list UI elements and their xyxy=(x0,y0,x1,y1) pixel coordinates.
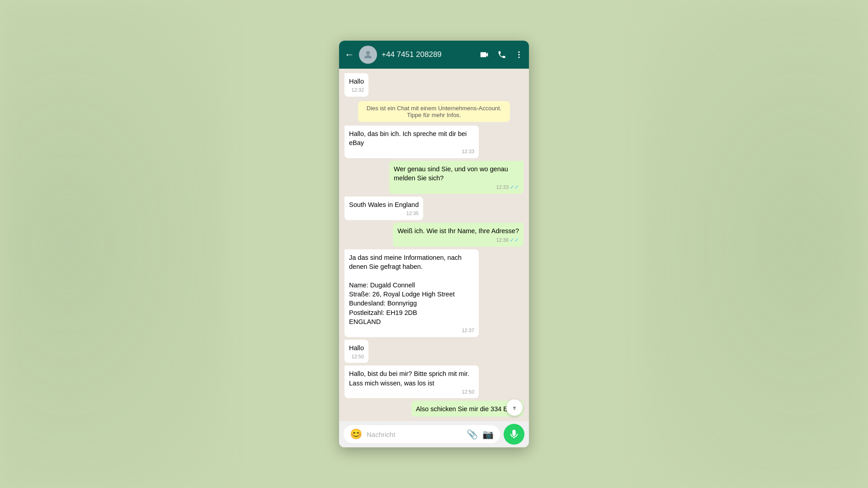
scroll-down-button[interactable] xyxy=(506,399,523,416)
message-placeholder: Nachricht xyxy=(367,431,462,438)
message-row: Hallo 12:32 xyxy=(344,73,524,97)
bg-blur-left xyxy=(0,0,226,488)
back-button[interactable]: ← xyxy=(344,49,354,61)
message-bubble: Ja das sind meine Informationen, nach de… xyxy=(344,249,479,337)
avatar xyxy=(359,46,377,64)
message-bubble: Hallo, bist du bei mir? Bitte sprich mit… xyxy=(344,366,479,398)
message-text: Hallo, das bin ich. Ich spreche mit dir … xyxy=(349,130,467,146)
header-action-icons xyxy=(479,50,524,60)
phone-container: ← +44 7451 208289 xyxy=(339,41,529,447)
message-time: 12:50 xyxy=(462,389,474,395)
attachment-icon[interactable]: 📎 xyxy=(467,429,478,440)
svg-point-1 xyxy=(518,52,519,53)
message-bubble: South Wales in England 12:35 xyxy=(344,197,423,220)
info-bubble-text: Dies ist ein Chat mit einem Unternehmens… xyxy=(367,105,501,118)
message-time: 12:50 xyxy=(352,353,364,360)
read-receipts-icon: ✓✓ xyxy=(510,236,519,244)
message-time: 12:33 xyxy=(496,184,509,191)
camera-icon[interactable]: 📷 xyxy=(482,429,494,440)
message-row: South Wales in England 12:35 xyxy=(344,197,524,220)
message-text: Hallo xyxy=(349,344,364,352)
message-row: Hallo, bist du bei mir? Bitte sprich mit… xyxy=(344,366,524,398)
message-text: South Wales in England xyxy=(349,201,419,208)
chat-area: Hallo 12:32 Dies ist ein Chat mit einem … xyxy=(339,69,529,421)
input-bar: 😊 Nachricht 📎 📷 xyxy=(339,421,529,447)
voice-message-button[interactable] xyxy=(504,424,524,445)
svg-point-0 xyxy=(366,51,370,55)
message-bubble: Hallo 12:32 xyxy=(344,73,368,97)
read-receipts-icon: ✓✓ xyxy=(510,183,519,191)
message-row: Ja das sind meine Informationen, nach de… xyxy=(344,249,524,337)
message-row: Weiß ich. Wie ist Ihr Name, Ihre Adresse… xyxy=(344,223,524,247)
message-text: Hallo, bist du bei mir? Bitte sprich mit… xyxy=(349,370,469,386)
message-row: Wer genau sind Sie, und von wo genau mel… xyxy=(344,161,524,194)
message-time: 12:33 xyxy=(462,148,474,155)
message-row: Hallo, das bin ich. Ich spreche mit dir … xyxy=(344,126,524,158)
info-bubble[interactable]: Dies ist ein Chat mit einem Unternehmens… xyxy=(358,101,510,122)
contact-info[interactable]: +44 7451 208289 xyxy=(382,50,475,59)
message-text: Also schicken Sie mir die 334 Euro. xyxy=(416,405,519,413)
svg-point-3 xyxy=(518,56,519,58)
message-bubble: Weiß ich. Wie ist Ihr Name, Ihre Adresse… xyxy=(393,223,524,247)
emoji-picker-icon[interactable]: 😊 xyxy=(350,428,362,440)
chat-header: ← +44 7451 208289 xyxy=(339,41,529,69)
message-row: Also schicken Sie mir die 334 Euro. xyxy=(344,401,524,416)
message-bubble: Hallo 12:50 xyxy=(344,340,368,363)
message-time: 12:36 xyxy=(496,237,509,244)
message-text: Weiß ich. Wie ist Ihr Name, Ihre Adresse… xyxy=(397,227,519,235)
message-time: 12:32 xyxy=(352,87,364,94)
message-time: 12:35 xyxy=(406,210,419,217)
message-input-field[interactable]: 😊 Nachricht 📎 📷 xyxy=(344,425,500,443)
svg-point-2 xyxy=(518,54,519,55)
message-text: Wer genau sind Sie, und von wo genau mel… xyxy=(394,165,508,182)
message-row: Hallo 12:50 xyxy=(344,340,524,363)
message-time: 12:37 xyxy=(462,327,474,334)
video-call-icon[interactable] xyxy=(479,50,489,60)
message-bubble: Wer genau sind Sie, und von wo genau mel… xyxy=(389,161,524,194)
message-bubble: Hallo, das bin ich. Ich spreche mit dir … xyxy=(344,126,479,158)
phone-call-icon[interactable] xyxy=(497,50,506,60)
contact-name: +44 7451 208289 xyxy=(382,50,475,59)
bg-blur-right xyxy=(642,0,868,488)
message-text: Ja das sind meine Informationen, nach de… xyxy=(349,254,462,325)
message-text: Hallo xyxy=(349,78,364,85)
more-options-icon[interactable] xyxy=(514,50,524,60)
